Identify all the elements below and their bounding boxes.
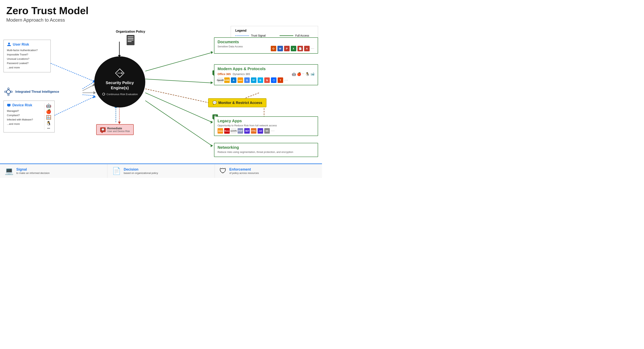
org-policy: Organization Policy (116, 30, 145, 48)
signal-text: to make an informed decision (16, 172, 50, 175)
legend-row-full: Full Access (280, 34, 314, 37)
svg-point-31 (4, 91, 6, 93)
linux-icon2: 🐧 (305, 72, 310, 76)
legend-line-blue-dot (235, 35, 249, 36)
iti-icon (4, 87, 13, 97)
center-circle: Security Policy Engine(s) Continuous Ris… (94, 56, 145, 108)
salesforce-icon: SF (251, 77, 256, 83)
decision-text: based on organizational policy (124, 172, 158, 175)
sub-title: Modern Approach to Access (0, 17, 322, 26)
networking-box: Networking Reduce risks using segmentati… (214, 143, 318, 157)
user-risk-box: User Risk Multi-factor Authentication? I… (4, 40, 51, 72)
more-apps-icon: ··· (284, 78, 288, 82)
linux-icon: 🐧 (46, 121, 51, 126)
azure-icon: A (231, 77, 236, 83)
android-icon: 🤖 (46, 103, 51, 108)
svg-point-32 (11, 91, 12, 93)
shield-diamond-icon (115, 68, 125, 78)
svg-rect-42 (8, 106, 10, 107)
svg-line-16 (145, 93, 212, 122)
access-icon: A (304, 46, 310, 51)
enforcement-icon: 🛡 (220, 167, 226, 175)
svg-line-18 (145, 101, 212, 146)
bottom-enforcement: 🛡 Enforcement of policy across resources (215, 164, 322, 178)
legacy-apps-box: Legacy Apps Opportunity to Reduce Risk f… (214, 116, 318, 136)
svg-line-8 (82, 82, 94, 89)
dotnet-icon: .NET (244, 128, 250, 134)
word-icon: W (278, 46, 283, 51)
modern-apps-icons-row1: 🤖 🍎 ··· 🐧 🐋 (292, 72, 314, 76)
user-risk-title: User Risk (7, 42, 47, 47)
circle-sub: Continuous Risk Evaluation (102, 92, 138, 96)
speech-bubble-red: 💬 (100, 127, 106, 132)
modern-apps-row2: OpenID SAML A aws G SF B N ⬡ T ··· (218, 77, 314, 83)
more-docs-icon: ··· (311, 47, 314, 50)
svg-rect-47 (128, 41, 132, 42)
device-icon (7, 103, 11, 107)
circle-title: Security Policy Engine(s) (98, 80, 141, 90)
svg-line-37 (7, 90, 7, 91)
excel-icon: X (291, 46, 296, 51)
svg-line-40 (10, 90, 10, 91)
pdf-icon: 📄 (298, 46, 303, 51)
more-icon: ••• (47, 127, 50, 130)
documents-box: Documents Sensitive Data Access O W P X … (214, 37, 318, 54)
svg-rect-45 (128, 38, 134, 39)
svg-line-2 (54, 97, 94, 115)
office365-label: Office 365 (218, 73, 231, 76)
signal-icon: 💻 (5, 167, 14, 175)
svg-line-14 (145, 79, 212, 83)
google-icon: G (244, 77, 250, 83)
device-risk-items: Managed? Compliant? Infected with Malwar… (7, 109, 42, 126)
more-legacy-icon: ··· (271, 129, 275, 133)
svg-marker-19 (211, 144, 213, 147)
svg-marker-7 (94, 91, 96, 94)
svg-line-9 (82, 95, 94, 96)
svg-marker-17 (211, 121, 213, 124)
networking-title: Networking (218, 145, 314, 150)
remediate-sub: User and Device Risk (107, 130, 130, 133)
modern-apps-box: Modern Apps & Protocols Office 365 Dynam… (214, 64, 318, 85)
bottom-signal: 💻 Signal to make an informed decision (0, 164, 108, 178)
powerpoint-icon: P (284, 46, 290, 51)
modern-apps-title: Modern Apps & Protocols (218, 67, 314, 71)
legacy-apps-icons: Java Boss {LDAP} PHP .NET HTML .net MS ·… (218, 128, 314, 134)
diagram-area: Legend Trust Signal Threat Intelligence … (0, 26, 322, 164)
legend-row-trust: Trust Signal (235, 34, 274, 37)
documents-sub: Sensitive Data Access (218, 45, 243, 48)
bottom-decision: 📄 Decision based on organizational polic… (108, 164, 215, 178)
dynamics-label: Dynamics 365 (233, 73, 250, 76)
user-risk-items: Multi-factor Authentication? Impossible … (7, 48, 47, 70)
iti-label: Integrated Threat Intelligence (4, 87, 59, 97)
docker-icon: 🐋 (310, 72, 314, 76)
svg-marker-15 (211, 81, 213, 84)
decision-icon: 📄 (112, 167, 121, 175)
bottom-bar: 💻 Signal to make an informed decision 📄 … (0, 164, 322, 178)
svg-rect-41 (7, 104, 10, 106)
documents-icons: O W P X 📄 A ··· (271, 46, 314, 51)
dropbox-icon: ⬡ (271, 77, 276, 83)
apple-icon: 🍎 (46, 109, 51, 114)
svg-line-0 (51, 63, 94, 81)
enforcement-label: Enforcement (229, 167, 259, 172)
svg-line-4 (82, 85, 94, 91)
device-icons: 🤖 🍎 🪟 🐧 ••• (44, 103, 51, 130)
monitor-icon: 💬 (212, 101, 217, 105)
dotnet2-icon: .net (258, 128, 263, 134)
html-icon: HTML (251, 128, 256, 134)
ldap-icon: {LDAP} (231, 128, 236, 134)
svg-point-29 (8, 88, 9, 89)
legend-title: Legend (235, 29, 314, 33)
svg-rect-44 (128, 37, 134, 37)
decision-label: Decision (124, 167, 158, 172)
org-policy-icon (116, 35, 145, 48)
modern-apps-row1: Office 365 Dynamics 365 🤖 🍎 ··· 🐧 🐋 (218, 72, 314, 76)
svg-marker-25 (118, 122, 121, 124)
legend-full-label: Full Access (295, 34, 309, 37)
remediate-box: 💬 Remediate User and Device Risk (96, 124, 134, 135)
legacy-apps-sub: Opportunity to Reduce Risk from full net… (218, 124, 314, 127)
legend-line-green (280, 35, 293, 36)
php-icon: PHP (238, 128, 243, 134)
java-icon: Java (218, 128, 223, 134)
device-risk-title: Device Risk (7, 103, 42, 107)
